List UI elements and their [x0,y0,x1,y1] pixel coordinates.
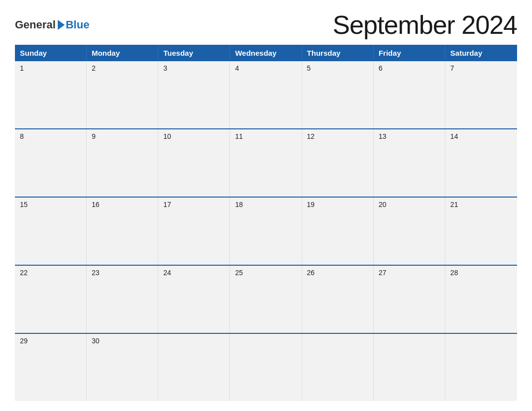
logo-triangle-icon [58,20,65,30]
calendar-day-empty-4[interactable] [302,334,374,401]
calendar-page: General Blue September 2024 Sunday Monda… [0,0,532,411]
calendar-day-19[interactable]: 19 [302,198,374,265]
day-number: 13 [379,132,387,140]
calendar-day-13[interactable]: 13 [374,129,445,197]
day-number: 2 [92,64,96,72]
day-number: 3 [163,64,167,72]
logo-blue-text: Blue [66,18,90,31]
day-number: 24 [163,269,171,277]
header-friday: Friday [374,45,445,61]
day-number: 4 [235,64,239,72]
day-number: 30 [92,337,100,345]
header-sunday: Sunday [15,45,87,61]
calendar-week-4: 22232425262728 [15,265,517,333]
header-wednesday: Wednesday [230,45,302,61]
calendar-week-2: 891011121314 [15,128,517,197]
day-number: 29 [20,337,28,345]
calendar-day-12[interactable]: 12 [302,129,374,197]
calendar-day-14[interactable]: 14 [445,129,517,197]
day-number: 11 [235,132,243,140]
header-tuesday: Tuesday [158,45,230,61]
calendar-day-empty-5[interactable] [374,334,445,401]
day-number: 23 [92,269,100,277]
day-number: 7 [450,64,454,72]
calendar-body: 1234567891011121314151617181920212223242… [15,61,517,401]
day-number: 18 [235,201,243,208]
calendar-week-1: 1234567 [15,61,517,128]
day-number: 19 [307,201,315,208]
calendar-day-25[interactable]: 25 [230,266,302,333]
calendar: Sunday Monday Tuesday Wednesday Thursday… [15,45,517,401]
calendar-day-2[interactable]: 2 [87,61,158,128]
day-number: 21 [450,201,458,208]
calendar-day-8[interactable]: 8 [15,129,87,197]
calendar-day-18[interactable]: 18 [230,198,302,265]
day-number: 25 [235,269,243,277]
day-number: 17 [163,201,171,208]
day-number: 16 [92,201,100,208]
day-number: 6 [379,64,383,72]
calendar-day-empty-6[interactable] [445,334,517,401]
day-number: 14 [450,132,458,140]
month-title: September 2024 [333,10,518,40]
calendar-day-23[interactable]: 23 [87,266,158,333]
calendar-day-5[interactable]: 5 [302,61,374,128]
page-header: General Blue September 2024 [15,10,517,40]
day-number: 20 [379,201,387,208]
header-monday: Monday [87,45,158,61]
calendar-week-3: 15161718192021 [15,197,517,265]
calendar-day-9[interactable]: 9 [87,129,158,197]
day-number: 12 [307,132,315,140]
calendar-day-11[interactable]: 11 [230,129,302,197]
day-number: 15 [20,201,28,208]
day-number: 27 [379,269,387,277]
day-number: 22 [20,269,28,277]
calendar-day-29[interactable]: 29 [15,334,87,401]
day-number: 1 [20,64,24,72]
calendar-day-7[interactable]: 7 [445,61,517,128]
calendar-day-26[interactable]: 26 [302,266,374,333]
day-number: 5 [307,64,311,72]
day-number: 9 [92,132,96,140]
calendar-day-17[interactable]: 17 [158,198,230,265]
header-thursday: Thursday [302,45,374,61]
calendar-day-21[interactable]: 21 [445,198,517,265]
calendar-day-1[interactable]: 1 [15,61,87,128]
calendar-day-24[interactable]: 24 [158,266,230,333]
calendar-day-30[interactable]: 30 [87,334,158,401]
calendar-day-16[interactable]: 16 [87,198,158,265]
calendar-day-22[interactable]: 22 [15,266,87,333]
calendar-day-6[interactable]: 6 [374,61,445,128]
calendar-day-4[interactable]: 4 [230,61,302,128]
calendar-day-empty-3[interactable] [230,334,302,401]
calendar-header: Sunday Monday Tuesday Wednesday Thursday… [15,45,517,61]
day-number: 28 [450,269,458,277]
logo: General Blue [15,18,90,31]
logo-general-text: General [15,18,56,31]
header-saturday: Saturday [445,45,517,61]
calendar-day-28[interactable]: 28 [445,266,517,333]
calendar-day-27[interactable]: 27 [374,266,445,333]
day-number: 26 [307,269,315,277]
day-number: 8 [20,132,24,140]
calendar-day-empty-2[interactable] [158,334,230,401]
calendar-week-5: 2930 [15,333,517,401]
calendar-day-20[interactable]: 20 [374,198,445,265]
calendar-day-10[interactable]: 10 [158,129,230,197]
calendar-day-3[interactable]: 3 [158,61,230,128]
day-number: 10 [163,132,171,140]
calendar-day-15[interactable]: 15 [15,198,87,265]
